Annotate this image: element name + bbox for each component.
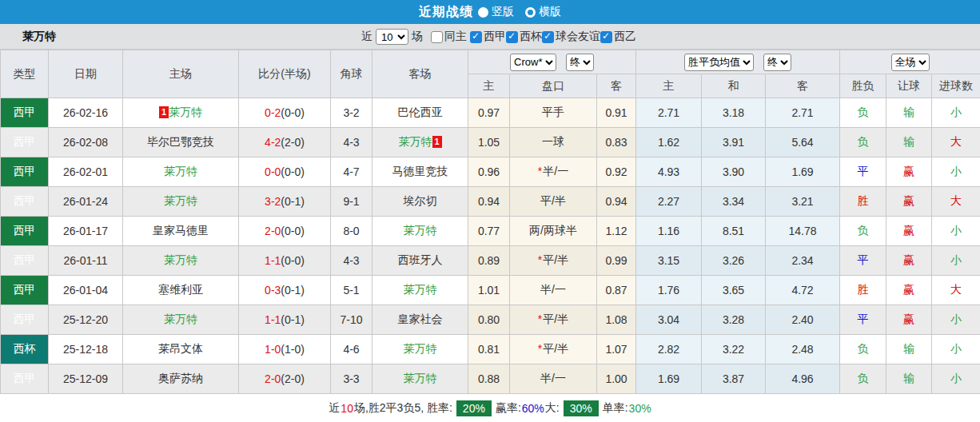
summary-segment: 赢率: [496, 401, 521, 416]
league-checkbox-西甲[interactable]: 西甲 [470, 30, 506, 44]
odds-home-cell: 0.94 [468, 187, 510, 217]
team-label: 莱万特 [404, 342, 437, 355]
home-team-cell: 莱万特 [123, 157, 239, 187]
avg-draw-cell: 3.18 [702, 98, 766, 128]
home-team-cell: 奥萨苏纳 [123, 364, 239, 394]
summary-segment: 30% [564, 400, 599, 416]
goals-result-cell: 小 [932, 335, 980, 364]
league-type-cell: 西甲 [1, 128, 49, 157]
result-cell: 胜 [840, 276, 886, 305]
handicap-cell: *平/半 [510, 246, 597, 276]
date-cell: 25-12-18 [49, 335, 123, 364]
fulltime-score: 0-3 [265, 284, 281, 297]
team-label: 埃尔切 [404, 194, 437, 207]
halftime-score: (1-0) [281, 343, 305, 356]
score-cell: 0-2(0-0) [239, 98, 331, 128]
col-header-corners: 角球 [331, 50, 372, 98]
corners-cell: 8-0 [331, 217, 372, 246]
halftime-score: (2-0) [281, 372, 305, 385]
fulltime-score: 1-0 [265, 343, 281, 356]
odds-away-cell: 1.07 [597, 335, 636, 364]
score-cell: 3-2(0-1) [239, 187, 331, 217]
away-team-cell: 莱万特1 [372, 128, 468, 157]
avg-draw-cell: 3.34 [702, 187, 766, 217]
team-name: 莱万特 [22, 30, 56, 44]
team-label: 莱万特 [399, 135, 432, 148]
fulltime-score: 1-1 [265, 254, 281, 267]
date-cell: 26-01-11 [49, 246, 123, 276]
odds-time-select[interactable]: 终 [566, 54, 594, 71]
match-row: 西甲26-01-17皇家马德里2-0(0-0)8-0莱万特0.77两/两球半1.… [1, 217, 980, 246]
avg-odds-select[interactable]: 胜平负均值 [684, 54, 754, 71]
team-label: 莱万特 [164, 194, 197, 207]
checkbox-unchecked-icon [431, 31, 443, 43]
avg-home-cell: 2.82 [636, 335, 702, 364]
date-cell: 26-02-01 [49, 157, 123, 187]
away-team-cell: 莱万特 [372, 364, 468, 394]
avg-away-cell: 14.78 [766, 217, 840, 246]
handicap-odds-group-header: Crow* 终 [468, 50, 636, 74]
avg-away-cell: 3.21 [766, 187, 840, 217]
handicap-result-cell: 赢 [886, 305, 932, 335]
league-label: 西乙 [614, 30, 636, 44]
scope-select[interactable]: 全场 [891, 54, 930, 71]
handicap-result-cell: 输 [886, 128, 932, 157]
handicap-result-cell: 赢 [886, 246, 932, 276]
handicap-result-cell: 输 [886, 364, 932, 394]
subheader-handicap: 盘口 [510, 74, 597, 98]
date-cell: 26-02-16 [49, 98, 123, 128]
team-label: 莱万特 [164, 165, 197, 177]
halftime-score: (0-0) [281, 254, 305, 267]
fulltime-score: 0-2 [265, 106, 281, 119]
odds-company-select[interactable]: Crow* [510, 54, 556, 71]
away-team-cell: 莱万特 [372, 217, 468, 246]
date-cell: 26-01-04 [49, 276, 123, 305]
league-checkbox-球会友谊[interactable]: 球会友谊 [542, 30, 600, 44]
fulltime-score: 0-0 [265, 165, 281, 178]
team-label: 莱万特 [169, 106, 202, 118]
radio-selected-icon [478, 7, 488, 18]
avg-draw-cell: 3.91 [702, 128, 766, 157]
match-count-select[interactable]: 10 [376, 29, 408, 45]
result-cell: 平 [840, 305, 886, 335]
checkbox-checked-icon [506, 31, 518, 43]
league-checkbox-西乙[interactable]: 西乙 [600, 30, 636, 44]
radio-vertical-layout[interactable]: 竖版 [478, 5, 514, 19]
score-cell: 4-2(2-0) [239, 128, 331, 157]
result-cell: 平 [840, 246, 886, 276]
fulltime-score: 2-0 [265, 372, 281, 385]
avg-away-cell: 2.34 [766, 246, 840, 276]
handicap-result-cell: 输 [886, 98, 932, 128]
page-title: 近期战绩 [419, 4, 473, 21]
odds-home-cell: 0.77 [468, 217, 510, 246]
summary-segment: 20% [456, 400, 492, 416]
date-cell: 25-12-09 [49, 364, 123, 394]
odds-away-cell: 0.99 [597, 246, 636, 276]
odds-away-cell: 0.83 [597, 128, 636, 157]
radio-horizontal-layout[interactable]: 横版 [525, 5, 561, 19]
league-type-cell: 西甲 [1, 187, 49, 217]
away-team-cell: 莱万特 [372, 335, 468, 364]
avg-home-cell: 4.93 [636, 157, 702, 187]
match-row: 西甲25-12-09奥萨苏纳2-0(2-0)3-3莱万特0.88半/一1.001… [1, 364, 980, 394]
checkbox-checked-icon [600, 31, 612, 43]
avg-draw-cell: 3.28 [702, 305, 766, 335]
avg-time-select[interactable]: 终 [763, 54, 791, 71]
date-cell: 26-01-17 [49, 217, 123, 246]
home-team-cell: 1莱万特 [123, 98, 239, 128]
home-team-cell: 莱万特 [123, 246, 239, 276]
match-row: 西甲25-12-20莱万特1-1(0-1)7-10皇家社会0.80*平/半1.0… [1, 305, 980, 335]
league-checkbox-西杯[interactable]: 西杯 [506, 30, 542, 44]
filter-controls: 近 10 场 同主 西甲西杯球会友谊西乙 [361, 24, 636, 50]
subheader-avg-home: 主 [636, 74, 702, 98]
handicap-cell: 半/一 [510, 276, 597, 305]
layout-radio-group: 竖版 横版 [478, 5, 561, 19]
same-home-checkbox[interactable]: 同主 [431, 30, 467, 44]
average-odds-group-header: 胜平负均值 终 [636, 50, 840, 74]
odds-away-cell: 1.08 [597, 305, 636, 335]
summary-segment: 大: [545, 401, 560, 416]
subheader-odds-home: 主 [468, 74, 510, 98]
result-scope-group-header: 全场 [840, 50, 980, 74]
handicap-cell: *平/半 [510, 335, 597, 364]
home-team-cell: 塞维利亚 [123, 276, 239, 305]
